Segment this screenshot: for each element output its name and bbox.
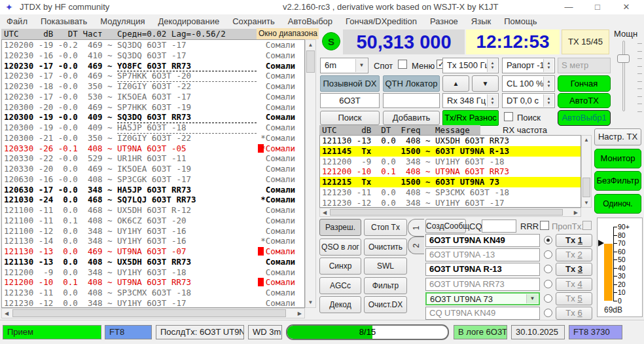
close-button[interactable]: ✕ [617,1,636,13]
scrollbar-thumb[interactable] [12,309,286,317]
decode-row[interactable]: 120230 -18 -0.0 350 ~ IZ0GIY 6O3T -22Сом… [2,81,304,92]
tx-frequency-spinbox[interactable]: Tx 1500 Гц▲▼ [442,58,499,73]
tx-message-input-3[interactable]: 6O3T UT9NA R-13 [425,263,540,276]
decode-row[interactable]: 121100 -11 0.0 468 ~ UX5DH 6O3T R-12Сома… [2,205,304,216]
tx-timer-button[interactable]: TX 15/45 [562,29,609,54]
maximize-button[interactable]: □ [588,1,607,13]
dx-call-input[interactable]: 6O3T [320,93,380,108]
freq-down-button[interactable]: ▼ [472,75,499,92]
ctrl-button-swl-режим[interactable]: SWL режим [364,258,407,275]
scrollbar-thumb[interactable] [306,50,315,73]
spinner-arrows-icon[interactable]: ▲▼ [543,77,554,90]
dt-spinbox[interactable]: DT 0,0 с▲▼ [502,93,555,108]
menu-item-1[interactable]: Показывать [34,16,94,26]
decode-row[interactable]: 121100 -11 0.1 408 ~ OK6CZ 6O3T -20Сомал… [2,216,304,226]
ctrl-button-декод[interactable]: Декод [319,296,361,313]
freq-up-button[interactable]: ▲ [442,75,469,92]
rx-table-hscrollbar[interactable]: ◀ ▶ [319,208,581,217]
spinner-arrows-icon[interactable]: ▲▼ [543,59,554,72]
rx-frequency-spinbox[interactable]: Rx 348 Гц▲▼ [442,93,499,108]
tx-button-6[interactable]: Tx 6 [556,307,592,320]
generate-messages-button[interactable]: СоздСообщ [425,219,466,233]
scrollbar-thumb[interactable] [330,209,563,216]
tx-radio-5[interactable] [544,294,552,303]
tx-button-1[interactable]: Tx 1 [556,234,592,247]
menu-item-7[interactable]: Разное [423,16,465,26]
decode-row[interactable]: 120300 -21 -0.0 350 ~ IZ0GIY 6O3T -22*Со… [2,133,304,143]
rrr-checkbox[interactable] [540,221,549,230]
menu-item-6[interactable]: Гончая/DXpedition [339,16,423,26]
scroll-down-icon[interactable]: ▼ [306,299,315,305]
band-activity-hscrollbar[interactable]: ◀ ▶ [1,308,305,318]
cl-spinbox[interactable]: CL 100 %▲▼ [502,75,555,92]
tx-button-5[interactable]: Tx 5 [556,292,592,305]
rx-decode-row[interactable]: 121145 Tx 1500 ~ 6O3T UT9NA R-13 [320,146,581,157]
decode-row[interactable]: 120630 -16 -0.0 408 ~ SP3CGK 6O3T -17Сом… [2,174,304,185]
tune-tx-button[interactable]: Настр. TX [594,128,641,145]
band-window-label[interactable]: Окно диапазона [257,28,319,39]
single-qso-button[interactable]: Одиноч. QSO [594,194,641,214]
tx-radio-3[interactable] [544,265,552,273]
decode-row[interactable]: 120230 -17 -0.0 469 ~ SP7HKK 6O3T -20Сом… [2,71,304,81]
scroll-left-icon[interactable]: ◀ [5,311,9,316]
tx-radio-1[interactable] [544,236,552,244]
spinner-arrows-icon[interactable]: ▲▼ [487,94,497,107]
decode-row[interactable]: 121130 -14 0.0 348 ~ UY1HY 6O3T -16*Сома… [2,236,304,246]
decode-row[interactable]: 121230 -11 0.0 408 ~ SP3CMX 6O3T -18Сома… [2,288,304,298]
power-slider-handle[interactable] [617,54,630,63]
ctrl-button-синхр[interactable]: Синхр [319,258,361,275]
dx-call-button[interactable]: Позывной DX [320,75,380,92]
scrollbar-thumb[interactable] [582,178,590,197]
decode-row[interactable]: 120230 -16 -0.0 410 ~ SQ3DQ 6O3T -17Сома… [2,50,304,61]
spot-status-button[interactable]: S [322,32,340,50]
band-activity-vscrollbar[interactable]: ▲ ▼ [305,39,316,308]
tx-radio-6[interactable] [544,309,552,317]
rx-decode-row[interactable]: 121230 -12 0.0 348 ~ UY1HY 6O3T -17 [320,198,581,208]
tx-button-2[interactable]: Tx 2 [556,248,592,261]
decode-row[interactable]: 121200 -9 0.0 348 ~ UY1HY 6O3T -18Сомали [2,267,304,278]
scroll-right-icon[interactable]: ▶ [574,210,578,216]
scroll-up-icon[interactable]: ▲ [582,137,591,143]
menu-item-5[interactable]: АвтоВыбор [281,16,339,26]
tab-1[interactable]: 1 [408,219,424,237]
spinner-arrows-icon[interactable]: ▲▼ [487,59,497,72]
ctrl-button-разреш--tx[interactable]: Разреш. Tx [319,219,361,236]
scroll-up-icon[interactable]: ▲ [306,42,315,48]
decode-row[interactable]: 121230 -12 0.0 348 ~ UY1HY 6O3T -17Сомал… [2,298,304,308]
decode-row[interactable]: 120230 -17 -0.0 530 ~ IK5OEA 6O3T -17Сом… [2,92,304,102]
rx-decode-row[interactable]: 121200 -9 0.0 348 ~ UY1HY 6O3T -18 [320,157,581,167]
scroll-down-icon[interactable]: ▼ [582,200,591,206]
autotx-button[interactable]: АвтоTX [558,93,611,108]
tx-radio-2[interactable] [544,250,552,259]
cq-input[interactable] [482,220,516,233]
ctrl-button-стоп-tx[interactable]: Стоп Tx [364,219,407,236]
skip-tx1-checkbox[interactable] [582,221,592,230]
hound-button[interactable]: Гончая [558,75,611,92]
decode-row[interactable]: 121030 -24 0.0 468 ~ SQ7LQJ 6O3T RR73*Со… [2,195,304,205]
decode-row[interactable]: 121130 -13 0.0 469 ~ UT9NA 6O3T -07Сомал… [2,246,304,257]
band-select[interactable]: 6m▼ [320,58,368,73]
spot-checkbox[interactable] [398,60,407,69]
menu-item-0[interactable]: Файл [0,16,34,26]
decode-row[interactable]: 120330 -22 -0.0 529 ~ UR1HR 6O3T -11Сома… [2,153,304,164]
menu-item-4[interactable]: Сохранить [226,16,281,26]
decode-row[interactable]: 120300 -20 -0.0 469 ~ SP7HKK 6O3T -19Сом… [2,102,304,113]
rx-decode-row[interactable]: 121215 Tx 1500 ~ 6O3T UT9NA 73 [320,177,581,187]
ctrl-button-qso-в-лог[interactable]: QSO в лог [319,239,361,256]
ctrl-button-очист-dx[interactable]: Очист.DX [364,296,407,313]
rx-table-vscrollbar[interactable]: ▲ ▼ [581,135,592,208]
decode-row[interactable]: 120330 -20 0.0 469 ~ IK5OEA 6O3T -19Сома… [2,164,304,174]
tx-button-3[interactable]: Tx 3 [556,263,592,276]
rx-decode-row[interactable]: 121130 -13 0.0 408 ~ UX5DH 6O3T RR73 [320,136,581,146]
decode-row[interactable]: 121130 -13 0.0 408 ~ UX5DH 6O3T RR73Сома… [2,257,304,267]
menu-item-3[interactable]: Декодирование [151,16,226,26]
search-checkbox[interactable] [504,112,513,121]
autoselect-button[interactable]: АвтоВыбр1 [558,110,611,126]
tx-message-input-1[interactable]: 6O3T UT9NA KN49 [425,234,540,247]
dx-grid-input[interactable] [383,93,440,108]
spinner-arrows-icon[interactable]: ▲▼ [543,94,554,107]
minimize-button[interactable]: — [559,1,579,13]
tx-message-input-4[interactable]: 6O3T UT9NA RR73 [425,278,540,291]
tx-message-input-5[interactable]: 6O3T UT9NA 73▼ [425,292,540,305]
tx-message-input-6[interactable]: CQ UT9NA KN49 [425,307,540,320]
